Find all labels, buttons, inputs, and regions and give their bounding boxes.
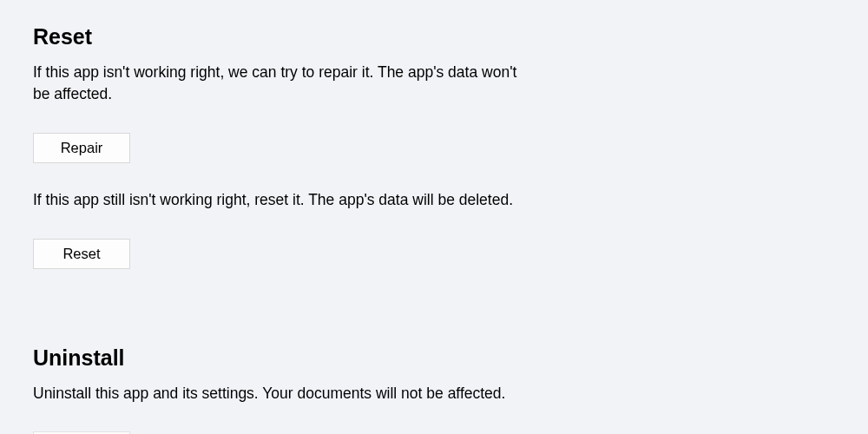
repair-description: If this app isn't working right, we can … <box>33 62 519 105</box>
reset-description: If this app still isn't working right, r… <box>33 189 554 211</box>
uninstall-section: Uninstall Uninstall this app and its set… <box>33 345 835 434</box>
reset-button[interactable]: Reset <box>33 239 130 269</box>
uninstall-description: Uninstall this app and its settings. You… <box>33 383 554 404</box>
reset-section: Reset If this app isn't working right, w… <box>33 24 835 295</box>
reset-title: Reset <box>33 24 835 49</box>
uninstall-title: Uninstall <box>33 345 835 371</box>
repair-button[interactable]: Repair <box>33 133 130 163</box>
